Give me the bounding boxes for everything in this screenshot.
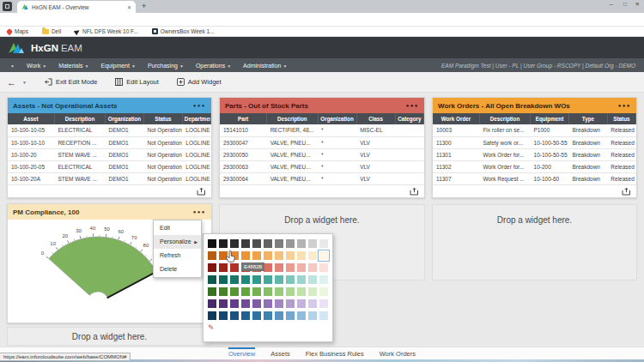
tab-close-icon[interactable]: ✕ bbox=[127, 4, 131, 10]
color-swatch[interactable] bbox=[219, 275, 228, 284]
context-menu-item-delete[interactable]: Delete bbox=[154, 262, 201, 276]
widget-menu-icon[interactable]: ●●● bbox=[406, 103, 419, 108]
table-row[interactable]: 10003Fix roller on se...P1000BreakdownRe… bbox=[433, 124, 636, 136]
table-row[interactable]: 29300047VALVE, PNEU...*VLV bbox=[220, 136, 424, 148]
color-swatch[interactable] bbox=[264, 239, 272, 248]
color-swatch[interactable] bbox=[219, 263, 228, 272]
add-widget-button[interactable]: Add Widget bbox=[177, 78, 222, 86]
color-swatch[interactable] bbox=[319, 287, 328, 296]
context-menu-item-edit[interactable]: Edit bbox=[154, 221, 201, 235]
color-swatch[interactable] bbox=[308, 239, 317, 248]
color-swatch[interactable] bbox=[241, 275, 250, 284]
bookmark-item[interactable]: Dell bbox=[42, 28, 61, 34]
table-row[interactable]: 29300063VALVE, PNEU...*VLV bbox=[220, 160, 424, 172]
window-minimize-icon[interactable]: ─ bbox=[609, 1, 613, 7]
menu-item-operations[interactable]: Operations▼ bbox=[196, 63, 231, 69]
table-row[interactable]: 11307Work Request ...10-100-60BreakdownR… bbox=[433, 172, 636, 184]
color-swatch[interactable] bbox=[208, 239, 216, 248]
drop-zone-right[interactable]: Drop a widget here. bbox=[432, 204, 637, 281]
table-row[interactable]: 10-100-20-05ELECTRICALDEMO1Not Operation… bbox=[8, 160, 211, 172]
color-swatch[interactable] bbox=[252, 239, 261, 248]
table-row[interactable]: 10-100-10-05ELECTRICALDEMO1Not Operation… bbox=[8, 124, 211, 136]
window-close-icon[interactable]: ✕ bbox=[635, 1, 640, 8]
dashboard-tab-overview[interactable]: Overview bbox=[228, 347, 255, 359]
dashboard-tab-assets[interactable]: Assets bbox=[270, 347, 290, 359]
color-swatch[interactable] bbox=[264, 287, 272, 296]
color-swatch[interactable] bbox=[208, 311, 216, 320]
color-swatch[interactable] bbox=[308, 311, 317, 320]
color-swatch[interactable] bbox=[297, 263, 306, 272]
bookmark-item[interactable]: OwnersBox Week 1... bbox=[152, 28, 215, 34]
color-swatch[interactable] bbox=[230, 299, 239, 308]
table-row[interactable]: 10-100-20STEM WAVE ...DEMO1Not Operation… bbox=[8, 148, 211, 160]
color-swatch[interactable] bbox=[208, 275, 216, 284]
color-swatch[interactable] bbox=[264, 275, 272, 284]
window-maximize-icon[interactable]: □ bbox=[623, 1, 627, 7]
color-swatch[interactable] bbox=[319, 239, 328, 248]
color-swatch[interactable] bbox=[208, 299, 216, 308]
color-swatch[interactable] bbox=[241, 299, 250, 308]
color-swatch[interactable] bbox=[252, 275, 261, 284]
color-swatch[interactable] bbox=[286, 251, 295, 260]
color-swatch[interactable] bbox=[219, 311, 228, 320]
color-swatch[interactable] bbox=[319, 311, 328, 320]
color-swatch[interactable] bbox=[286, 287, 295, 296]
color-swatch[interactable] bbox=[241, 251, 250, 260]
color-swatch[interactable] bbox=[275, 275, 283, 284]
context-menu-item-personalize[interactable]: Personalize▶ bbox=[154, 235, 201, 249]
color-swatch[interactable] bbox=[319, 275, 328, 284]
color-swatch[interactable] bbox=[286, 299, 295, 308]
color-swatch[interactable] bbox=[297, 299, 306, 308]
exit-edit-mode-button[interactable]: Exit Edit Mode bbox=[45, 78, 97, 86]
color-swatch[interactable] bbox=[297, 287, 306, 296]
table-row[interactable]: 11301Work Order for...10-100-50-55Breakd… bbox=[433, 148, 636, 160]
color-swatch[interactable] bbox=[252, 251, 261, 260]
color-swatch[interactable] bbox=[275, 287, 283, 296]
color-swatch[interactable] bbox=[252, 311, 261, 320]
color-swatch[interactable] bbox=[286, 311, 295, 320]
color-swatch[interactable] bbox=[275, 311, 283, 320]
table-row[interactable]: 29300064VALVE, PNEU...*VLV bbox=[220, 172, 424, 184]
color-swatch[interactable] bbox=[230, 263, 239, 272]
color-swatch[interactable] bbox=[275, 299, 283, 308]
menu-item-materials[interactable]: Materials▼ bbox=[58, 63, 88, 69]
color-swatch[interactable] bbox=[230, 287, 239, 296]
table-row[interactable]: 29300050VALVE, PNEU...*VLV bbox=[220, 148, 424, 160]
color-swatch[interactable] bbox=[308, 263, 317, 272]
export-icon[interactable] bbox=[622, 187, 631, 196]
color-swatch[interactable] bbox=[275, 263, 283, 272]
nav-back-icon[interactable]: ← bbox=[7, 77, 16, 87]
color-swatch[interactable] bbox=[241, 311, 250, 320]
color-swatch[interactable] bbox=[275, 239, 283, 248]
color-swatch[interactable] bbox=[252, 299, 261, 308]
color-swatch[interactable] bbox=[286, 275, 295, 284]
color-swatch[interactable] bbox=[208, 251, 216, 260]
color-swatch[interactable] bbox=[208, 263, 216, 272]
color-swatch[interactable] bbox=[297, 251, 306, 260]
table-row[interactable]: 10-100-10-10RECEPTION ...DEMO1Not Operat… bbox=[8, 136, 211, 148]
color-swatch[interactable] bbox=[264, 263, 272, 272]
color-swatch[interactable] bbox=[308, 275, 317, 284]
bookmark-item[interactable]: NFL DFS Week 10 F... bbox=[75, 28, 138, 34]
color-swatch[interactable] bbox=[319, 251, 328, 260]
custom-color-pencil-icon[interactable]: ✎ bbox=[208, 323, 328, 332]
color-swatch[interactable] bbox=[230, 311, 239, 320]
table-row[interactable]: 11300Safety work or...10-100-50-55Breakd… bbox=[433, 136, 636, 148]
dashboard-tab-flex-business-rules[interactable]: Flex Business Rules bbox=[306, 347, 364, 359]
table-row[interactable]: 11302Work Order for...10-200BreakdownRel… bbox=[433, 160, 636, 172]
menu-item-administration[interactable]: Administration▼ bbox=[243, 63, 287, 69]
new-tab-button[interactable]: + bbox=[142, 2, 146, 10]
color-swatch[interactable] bbox=[308, 287, 317, 296]
color-swatch[interactable] bbox=[297, 311, 306, 320]
menu-item-equipment[interactable]: Equipment▼ bbox=[100, 63, 135, 69]
color-swatch[interactable] bbox=[286, 239, 295, 248]
widget-menu-icon[interactable]: ●●● bbox=[618, 103, 631, 108]
drop-zone-bottom[interactable]: Drop a widget here. bbox=[7, 327, 212, 346]
table-row[interactable]: 10-100-20ASTEM WAVE ...DEMO1Not Operatio… bbox=[8, 172, 211, 184]
menu-item-work[interactable]: Work▼ bbox=[27, 63, 46, 69]
tab-actions-icon[interactable] bbox=[3, 2, 12, 11]
color-swatch[interactable] bbox=[230, 275, 239, 284]
color-swatch[interactable] bbox=[264, 311, 272, 320]
color-swatch[interactable] bbox=[297, 239, 306, 248]
color-swatch[interactable] bbox=[319, 263, 328, 272]
